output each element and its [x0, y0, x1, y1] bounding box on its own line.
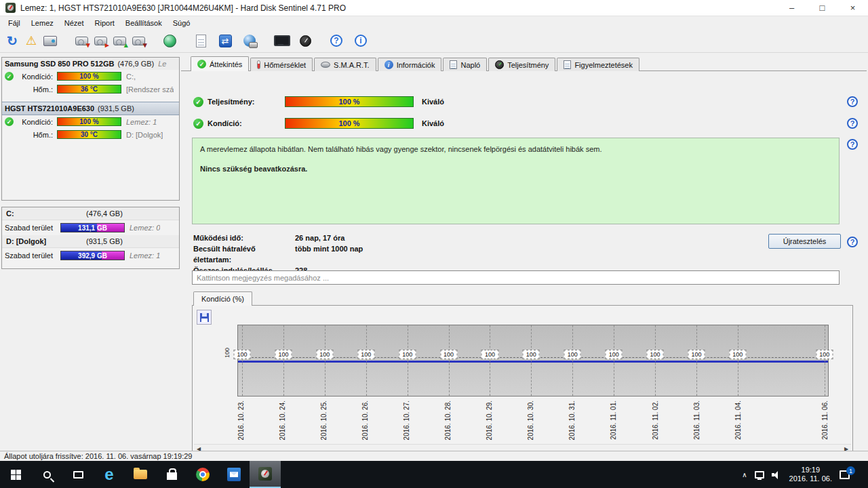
save-chart-button[interactable] [197, 310, 212, 325]
partition-size: (476,4 GB) [86, 209, 123, 218]
menu-settings[interactable]: Beállítások [120, 18, 167, 28]
chart-value-box: 100 [688, 350, 705, 359]
retest-button[interactable]: Újratesztelés [768, 234, 841, 249]
help-icon[interactable]: ? [847, 96, 858, 107]
tab-performance[interactable]: Teljesítmény [488, 58, 555, 71]
task-view-button[interactable] [62, 461, 94, 488]
tray-display-icon[interactable] [755, 471, 764, 479]
disk-monitor-icon[interactable] [41, 31, 60, 50]
tray-volume-icon[interactable] [772, 470, 782, 479]
web-disk-icon[interactable] [240, 31, 259, 50]
restore-button[interactable]: □ [807, 0, 837, 16]
menu-help[interactable]: Súgó [167, 18, 196, 28]
tab-temperature[interactable]: Hőmérséklet [250, 58, 313, 71]
taskbar-clock[interactable]: 19:19 2016. 11. 06. [789, 466, 832, 483]
overview-tab-body: ✓ Teljesítmény: 100 % Kiváló ? ✓ Kondíci… [181, 70, 867, 451]
help-icon[interactable]: ? [847, 237, 858, 247]
disk-remove-icon[interactable]: ▾ [72, 31, 91, 50]
menu-report[interactable]: Riport [90, 18, 120, 28]
chart-tab-condition[interactable]: Kondíció (%) [193, 291, 252, 306]
chart-gridline [655, 325, 656, 396]
chart-x-label: 2016. 10. 23. [237, 401, 245, 440]
report-icon[interactable] [191, 31, 210, 50]
menu-disk[interactable]: Lemez [26, 18, 59, 28]
chart-gridline [531, 325, 532, 396]
minimize-button[interactable]: – [776, 0, 807, 16]
chart-x-label: 2016. 10. 29. [486, 401, 493, 440]
taskbar-chrome-button[interactable] [187, 461, 218, 488]
disk-tools-icon[interactable]: ▾ [129, 31, 148, 50]
chart-value-box: 100 [606, 350, 623, 359]
menu-view[interactable]: Nézet [59, 18, 90, 28]
chart-x-label: 2016. 10. 28. [444, 401, 452, 440]
taskbar-hdsentinel-button[interactable] [250, 461, 281, 488]
help-icon[interactable]: ? [327, 31, 346, 50]
tab-alerts[interactable]: Figyelmeztetések [557, 58, 639, 71]
chart-gridline [825, 325, 825, 396]
disk-arrow-icon[interactable]: ▸ [91, 31, 110, 50]
temperature-bar: 36 °C [57, 85, 121, 94]
action-center-button[interactable]: 1 [840, 469, 852, 480]
chart-value-box: 100 [523, 350, 540, 359]
alert-page-icon [564, 60, 571, 69]
temperature-label: Hőm.: [18, 85, 53, 94]
tab-information[interactable]: iInformációk [378, 58, 442, 71]
condition-rating: Kiváló [422, 119, 444, 127]
thermometer-icon [257, 60, 260, 69]
monitor-icon[interactable] [271, 31, 290, 50]
store-bag-icon [167, 472, 177, 480]
disk-test-icon[interactable]: ▴ [110, 31, 129, 50]
close-button[interactable]: × [837, 0, 868, 16]
chart-value-box: 100 [316, 350, 333, 359]
help-icon[interactable]: ? [847, 139, 858, 150]
taskbar-explorer-button[interactable] [125, 461, 156, 488]
chart-value-box: 100 [399, 350, 416, 359]
gauge-icon[interactable] [296, 31, 315, 50]
performance-bar: 100 % [285, 96, 414, 107]
start-button[interactable] [0, 461, 31, 488]
help-icon[interactable]: ? [847, 118, 858, 129]
taskbar-edge-button[interactable]: e [94, 461, 125, 488]
gauge-icon [495, 60, 504, 69]
free-space-bar: 131,1 GB [60, 223, 125, 232]
chart-x-label: 2016. 11. 06. [821, 401, 829, 440]
free-space-label: Szabad terület [5, 224, 58, 232]
disk-size: (476,9 GB) [117, 60, 154, 68]
chart-gridline [572, 325, 573, 396]
refresh-icon[interactable]: ↻ [3, 31, 22, 50]
tab-smart[interactable]: S.M.A.R.T. [314, 58, 376, 71]
warning-icon[interactable]: ⚠ [22, 31, 41, 50]
disk-name: HGST HTS721010A9E630 [5, 104, 94, 113]
comment-input[interactable] [192, 270, 840, 285]
menu-file[interactable]: Fájl [3, 18, 26, 28]
notification-badge: 1 [846, 466, 855, 475]
taskbar-mail-button[interactable] [218, 461, 250, 488]
disk-item-hgst[interactable]: HGST HTS721010A9E630 (931,5 GB) ✓ Kondíc… [2, 102, 179, 141]
performance-row: ✓ Teljesítmény: 100 % Kiváló [193, 96, 444, 108]
condition-bar: 100 % [57, 72, 121, 81]
partition-item-c[interactable]: C: (476,4 GB) Szabad terület 131,1 GB Le… [2, 207, 179, 235]
taskbar-search-button[interactable] [31, 461, 62, 488]
chart-x-label: 2016. 10. 24. [279, 401, 286, 440]
sync-icon[interactable]: ⇄ [216, 31, 235, 50]
tab-overview[interactable]: ✓Áttekintés [191, 56, 249, 71]
sidebar: Samsung SSD 850 PRO 512GB (476,9 GB) Le … [1, 57, 180, 449]
folder-icon [134, 470, 147, 479]
temperature-bar: 30 °C [57, 130, 121, 139]
chart-gridline [408, 325, 408, 396]
chart-value-box: 100 [564, 350, 581, 359]
tab-strip: ✓Áttekintés Hőmérséklet S.M.A.R.T. iInfo… [191, 56, 867, 71]
hdsentinel-icon [258, 467, 272, 481]
info-icon[interactable]: i [351, 31, 370, 50]
chart-x-label: 2016. 11. 01. [610, 401, 617, 440]
lifetime-value: több mint 1000 nap [295, 243, 363, 265]
partition-name: D: [Dolgok] [6, 237, 86, 245]
tab-log[interactable]: Napló [443, 58, 487, 71]
chart-condition-line [238, 361, 828, 363]
disk-item-samsung[interactable]: Samsung SSD 850 PRO 512GB (476,9 GB) Le … [2, 58, 179, 96]
tray-chevron-up-icon[interactable]: ∧ [742, 471, 747, 479]
taskbar-store-button[interactable] [156, 461, 187, 488]
chart-y-label: 100 [224, 348, 231, 358]
globe-icon[interactable] [160, 31, 179, 50]
partition-item-d[interactable]: D: [Dolgok] (931,5 GB) Szabad terület 39… [2, 235, 179, 263]
